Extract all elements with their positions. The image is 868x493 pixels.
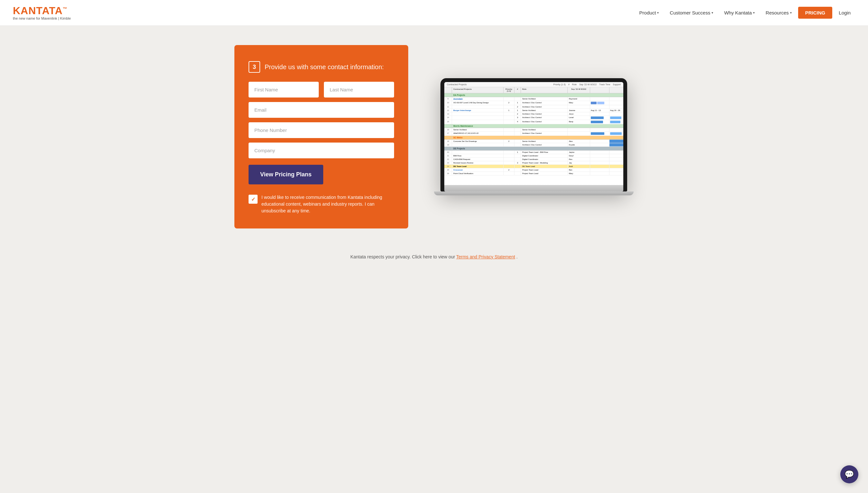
table-row: 26 Point Cloud Verification Project Team… (444, 172, 623, 175)
nav-customer-success[interactable]: Customer Success ▾ (665, 7, 718, 18)
table-row: 20 1 Project Team Lead - BIM Flow Jaylon (444, 151, 623, 154)
de-projects-header: DE Projects (444, 147, 623, 151)
last-name-field[interactable] (324, 82, 394, 98)
phone-field[interactable] (249, 122, 394, 138)
table-row: 18 Concrete Set Out Drawings 2 Senior Ar… (444, 140, 623, 143)
chat-icon: 💬 (845, 470, 854, 479)
table-row: 16 Senior Architect Senior Architect (444, 128, 623, 132)
main-content: 3 Provide us with some contact informati… (209, 26, 659, 248)
table-row: 22 CAD9-BIM Request Digital Coordinator … (444, 158, 623, 161)
first-name-field[interactable] (249, 82, 319, 98)
table-row: 17 AlfaDOR/VO-17,18,11/VO-22 Architect /… (444, 132, 623, 136)
submit-button[interactable]: View Pricing Plans (249, 165, 323, 185)
laptop-screen-outer: Contracted Projects Priority (1-3) # Rol… (441, 78, 627, 191)
chat-bubble[interactable]: 💬 (840, 465, 858, 483)
logo-subtitle: the new name for Mavenlink | Kimble (13, 16, 71, 20)
form-header: 3 Provide us with some contact informati… (249, 61, 394, 73)
table-row: 23 Revised Issues Review 3 Project Team … (444, 161, 623, 165)
chevron-down-icon: ▾ (712, 11, 713, 15)
contact-form-card: 3 Provide us with some contact informati… (234, 45, 408, 229)
spreadsheet: Contracted Projects Priority (1-3) # Rol… (444, 82, 623, 185)
da-projects-header: DA Projects (444, 93, 623, 97)
email-field[interactable] (249, 102, 394, 118)
consent-checkbox[interactable]: ✓ (249, 195, 258, 204)
checkmark-icon: ✓ (251, 196, 255, 202)
chevron-down-icon: ▾ (657, 11, 659, 15)
table-row: 21 BIM Flow Digital Coordinator Daryl (444, 154, 623, 158)
column-headers: Contracted Projects Priority (1-3) # Rol… (444, 87, 623, 93)
table-row: 14 3 Architect / Doc Control Lenel (444, 116, 623, 120)
privacy-link[interactable]: Terms and Privacy Statement (456, 254, 515, 259)
name-row (249, 82, 394, 98)
table-row: 19 Architect / Doc Control Krystle (444, 143, 623, 147)
login-button[interactable]: Login (834, 7, 855, 18)
company-field[interactable] (249, 143, 394, 158)
main-nav: Product ▾ Customer Success ▾ Why Kantata… (635, 7, 855, 19)
table-row: 15 4 Architect / Doc Control Benji (444, 120, 623, 124)
nav-resources[interactable]: Resources ▾ (761, 7, 796, 18)
table-row: 25 Crossover 2 Project Team Lead Ben (444, 168, 623, 172)
footer: Kantata respects your privacy. Click her… (0, 248, 868, 266)
table-row: 24 DE Team Lead DE Team Lead Andi (444, 165, 623, 168)
step-badge: 3 (249, 61, 260, 73)
logo[interactable]: KANTATA™ (13, 5, 71, 16)
table-row: 10 VO-03-007 Level 3 All Day Dining Desi… (444, 101, 623, 105)
table-row: 12 Burger Interchange 1 1 Senior Archite… (444, 109, 623, 112)
sc-metro-header: SC Metro (444, 136, 623, 140)
laptop-illustration: Contracted Projects Priority (1-3) # Rol… (434, 78, 634, 195)
laptop-base (444, 185, 623, 191)
pricing-button[interactable]: PRICING (798, 7, 832, 19)
laptop: Contracted Projects Priority (1-3) # Rol… (441, 78, 627, 195)
laptop-screen: Contracted Projects Priority (1-3) # Rol… (444, 82, 623, 185)
laptop-bottom (434, 191, 634, 195)
header: KANTATA™ the new name for Mavenlink | Ki… (0, 0, 868, 26)
nav-product[interactable]: Product ▾ (635, 7, 663, 18)
logo-tm: ™ (63, 6, 68, 11)
table-row: 13 2 Architect / Doc Control Joryn (444, 112, 623, 116)
form-title: Provide us with some contact information… (264, 63, 384, 71)
chevron-down-icon: ▾ (753, 11, 755, 15)
spreadsheet-toolbar: Contracted Projects Priority (1-3) # Rol… (444, 82, 623, 87)
morris-header: Morris Maintenance (444, 124, 623, 128)
logo-area: KANTATA™ the new name for Mavenlink | Ki… (13, 5, 71, 20)
chevron-down-icon: ▾ (790, 11, 792, 15)
consent-area: ✓ I would like to receive communication … (249, 194, 394, 214)
consent-label: I would like to receive communication fr… (261, 194, 394, 214)
nav-why-kantata[interactable]: Why Kantata ▾ (720, 7, 759, 18)
table-row: 9 Avondale Senior Architect Raymond (444, 97, 623, 101)
table-row: 11 2 Architect / Doc Control (444, 105, 623, 109)
